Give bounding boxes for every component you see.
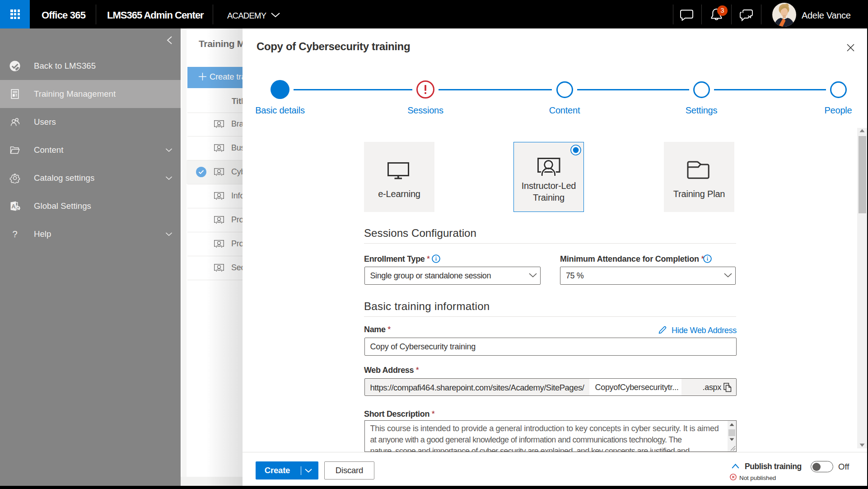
svg-text:A: A [12, 203, 16, 210]
